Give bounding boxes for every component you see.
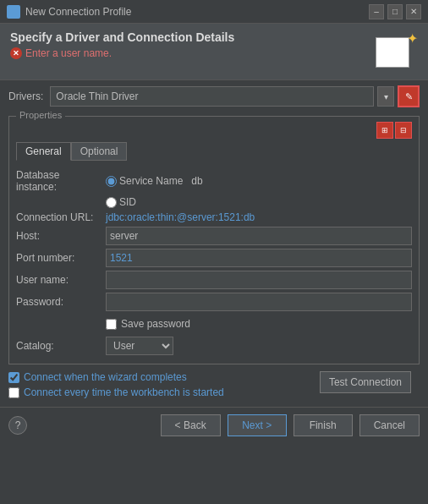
username-label: User name: <box>16 274 101 286</box>
cancel-button[interactable]: Cancel <box>359 414 420 436</box>
password-input[interactable] <box>106 293 412 311</box>
header-text: Specify a Driver and Connection Details … <box>10 30 376 59</box>
header-logo: ✦ <box>376 30 418 73</box>
header-title: Specify a Driver and Connection Details <box>10 30 376 44</box>
save-password-label: Save password <box>121 318 190 330</box>
db-value: db <box>191 175 202 187</box>
driver-dropdown-button[interactable]: ▾ <box>377 86 394 107</box>
connect-wizard-checkbox[interactable] <box>8 372 19 383</box>
minimize-button[interactable]: – <box>369 4 384 19</box>
save-password-row: Save password <box>106 315 412 333</box>
catalog-select[interactable]: User <box>106 337 173 355</box>
connect-workbench-checkbox[interactable] <box>8 387 19 398</box>
connection-url-value: jdbc:oracle:thin:@server:1521:db <box>106 211 412 223</box>
driver-select[interactable]: Oracle Thin DriverMySQL DriverPostgreSQL… <box>50 86 374 107</box>
port-input[interactable] <box>106 249 412 267</box>
header-error: ✕ Enter a user name. <box>10 47 376 59</box>
password-label: Password: <box>16 296 101 308</box>
drivers-label: Drivers: <box>8 90 43 102</box>
host-label: Host: <box>16 230 101 242</box>
properties-group: Properties ⊞ ⊟ General Optional Database… <box>8 116 420 364</box>
tab-general[interactable]: General <box>16 142 71 161</box>
back-button[interactable]: < Back <box>161 414 221 436</box>
catalog-label: Catalog: <box>16 340 101 352</box>
form-grid: Database instance: Service Name db SID C… <box>16 166 412 359</box>
radio-sid[interactable]: SID <box>106 196 136 208</box>
radio-service-name-label: Service Name <box>119 175 183 187</box>
driver-row: Drivers: Oracle Thin DriverMySQL DriverP… <box>0 80 428 112</box>
title-bar: New Connection Profile – □ ✕ <box>0 0 428 24</box>
window-controls: – □ ✕ <box>369 4 421 19</box>
tabs: General Optional <box>16 142 412 161</box>
username-input[interactable] <box>106 271 412 289</box>
footer-nav: ? < Back Next > Finish Cancel <box>0 407 428 443</box>
window-title: New Connection Profile <box>25 6 369 18</box>
radio-service-name[interactable]: Service Name <box>106 175 183 187</box>
connect-workbench-label[interactable]: Connect every time the workbench is star… <box>24 386 224 398</box>
test-connection-button[interactable]: Test Connection <box>320 371 411 393</box>
save-password-checkbox[interactable] <box>106 319 117 330</box>
logo-box <box>376 37 409 68</box>
finish-button[interactable]: Finish <box>294 414 353 436</box>
connect-wizard-row: Connect when the wizard completes <box>8 371 224 383</box>
help-button[interactable]: ? <box>8 416 27 435</box>
close-button[interactable]: ✕ <box>406 4 421 19</box>
host-input[interactable] <box>106 227 412 245</box>
logo-sparkle-icon: ✦ <box>407 30 418 47</box>
radio-service-name-input[interactable] <box>106 176 117 187</box>
bottom-area: Connect when the wizard completes Connec… <box>0 368 428 403</box>
connect-workbench-row: Connect every time the workbench is star… <box>8 386 224 398</box>
port-label: Port number: <box>16 252 101 264</box>
maximize-button[interactable]: □ <box>387 4 403 19</box>
radio-sid-input[interactable] <box>106 197 117 208</box>
connection-url-label: Connection URL: <box>16 211 101 223</box>
error-message: Enter a user name. <box>25 47 112 59</box>
properties-legend: Properties <box>16 110 65 120</box>
prop-icon-btn-1[interactable]: ⊞ <box>376 122 393 139</box>
database-instance-label: Database instance: <box>16 169 101 193</box>
prop-icon-btn-2[interactable]: ⊟ <box>395 122 412 139</box>
tab-optional[interactable]: Optional <box>71 142 128 161</box>
app-icon <box>7 5 20 19</box>
driver-edit-button[interactable]: ✎ <box>398 85 420 107</box>
database-instance-radios: Service Name db <box>106 175 412 187</box>
next-button[interactable]: Next > <box>228 414 287 436</box>
error-icon: ✕ <box>10 47 22 59</box>
driver-select-wrap: Oracle Thin DriverMySQL DriverPostgreSQL… <box>50 85 420 107</box>
radio-sid-label: SID <box>119 196 136 208</box>
bottom-checkboxes: Connect when the wizard completes Connec… <box>8 371 224 402</box>
header-area: Specify a Driver and Connection Details … <box>0 24 428 80</box>
properties-header: ⊞ ⊟ <box>16 122 412 139</box>
sid-radio-group: SID <box>106 196 412 208</box>
connect-wizard-label[interactable]: Connect when the wizard completes <box>24 371 187 383</box>
